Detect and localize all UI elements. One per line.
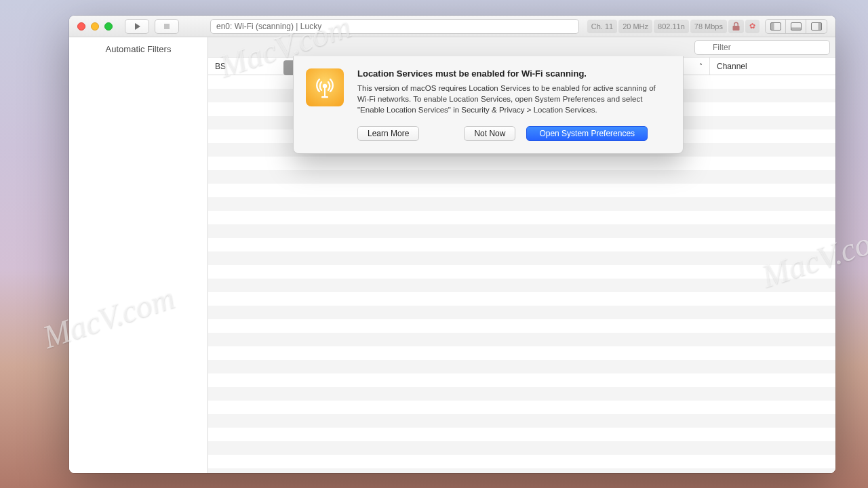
table-row[interactable] (208, 373, 835, 387)
svg-rect-6 (818, 22, 822, 30)
table-row[interactable] (208, 346, 835, 360)
minimize-window-button[interactable] (91, 22, 99, 30)
table-row[interactable] (208, 455, 835, 468)
play-button[interactable] (125, 19, 149, 34)
status-bandwidth: 20 MHz (618, 20, 652, 33)
stop-icon (163, 22, 171, 30)
table-row[interactable] (208, 197, 835, 211)
zoom-window-button[interactable] (104, 22, 113, 30)
svg-rect-11 (321, 96, 328, 98)
table-row[interactable] (208, 265, 835, 279)
svg-rect-0 (164, 24, 170, 29)
alert-app-icon (306, 68, 344, 106)
status-phy: 802.11n (654, 20, 689, 33)
app-window: en0: Wi-Fi (scanning) | Lucky Ch. 11 20 … (69, 16, 835, 473)
table-row[interactable] (208, 292, 835, 306)
filter-input[interactable] (694, 40, 830, 55)
titlebar: en0: Wi-Fi (scanning) | Lucky Ch. 11 20 … (69, 16, 835, 37)
table-row[interactable] (208, 184, 835, 197)
window-controls (77, 22, 113, 30)
svg-rect-2 (770, 22, 774, 30)
table-row[interactable] (208, 224, 835, 238)
view-sidebar-icon[interactable] (766, 20, 786, 33)
table-row[interactable] (208, 319, 835, 333)
sort-asc-icon: ˄ (699, 62, 703, 70)
not-now-button[interactable]: Not Now (464, 126, 515, 141)
table-row[interactable] (208, 360, 835, 373)
table-row[interactable] (208, 211, 835, 224)
view-bottom-icon[interactable] (786, 20, 806, 33)
interface-field-text: en0: Wi-Fi (scanning) | Lucky (216, 22, 321, 31)
svg-rect-10 (324, 87, 326, 97)
close-window-button[interactable] (77, 22, 85, 30)
table-row[interactable] (208, 170, 835, 184)
sidebar: Automatic Filters (69, 37, 208, 473)
view-right-icon[interactable] (806, 20, 827, 33)
col-channel[interactable]: Channel (710, 58, 835, 75)
vendor-icon: ✿ (745, 20, 760, 33)
table-row[interactable] (208, 333, 835, 346)
interface-field[interactable]: en0: Wi-Fi (scanning) | Lucky (210, 19, 579, 34)
table-row[interactable] (208, 468, 835, 473)
table-row[interactable] (208, 279, 835, 292)
play-icon (133, 22, 141, 30)
alert-message: This version of macOS requires Location … (357, 83, 668, 115)
table-row[interactable] (208, 238, 835, 251)
table-row[interactable] (208, 306, 835, 319)
table-row[interactable] (208, 251, 835, 265)
table-row[interactable] (208, 387, 835, 401)
wifi-beacon-icon (311, 74, 338, 101)
view-mode-segmented[interactable] (765, 19, 827, 34)
status-channel: Ch. 11 (587, 20, 617, 33)
table-row[interactable] (208, 428, 835, 441)
stop-button[interactable] (155, 19, 179, 34)
svg-rect-4 (791, 27, 801, 30)
alert-title: Location Services must be enabled for Wi… (357, 68, 668, 79)
connection-status: Ch. 11 20 MHz 802.11n 78 Mbps ✿ (587, 20, 760, 33)
alert-sheet: Location Services must be enabled for Wi… (293, 56, 684, 154)
table-row[interactable] (208, 157, 835, 170)
open-system-preferences-button[interactable]: Open System Preferences (526, 126, 648, 141)
sidebar-heading: Automatic Filters (69, 44, 208, 54)
learn-more-button[interactable]: Learn More (357, 126, 419, 141)
table-row[interactable] (208, 414, 835, 428)
table-row[interactable] (208, 401, 835, 414)
search-toolbar (208, 37, 835, 58)
lock-icon (728, 20, 744, 33)
table-row[interactable] (208, 441, 835, 455)
status-rate: 78 Mbps (690, 20, 727, 33)
